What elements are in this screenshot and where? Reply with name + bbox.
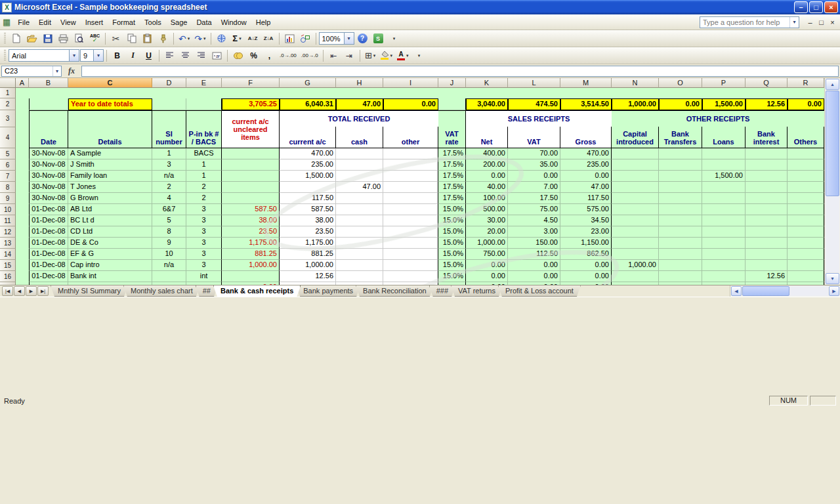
cell-I13[interactable] (383, 238, 438, 249)
row-header-3[interactable]: 3 (0, 110, 16, 127)
header-total-received[interactable]: TOTAL RECEIVED (280, 111, 438, 127)
cell-E9[interactable]: 2 (186, 193, 222, 204)
row-header-8[interactable]: 8 (0, 182, 16, 193)
row-header-9[interactable]: 9 (0, 193, 16, 204)
font-combo[interactable]: Arial ▾ (9, 49, 79, 62)
cell-H7[interactable] (336, 171, 383, 182)
cell-A8[interactable] (16, 182, 29, 193)
name-box[interactable]: C23 ▾ (1, 66, 62, 77)
italic-button[interactable]: I (125, 49, 140, 63)
cell-B7[interactable]: 30-Nov-08 (29, 171, 68, 182)
redo-button[interactable]: ↷▾ (192, 32, 207, 46)
header-other[interactable]: other (383, 127, 438, 148)
row-header-16[interactable]: 16 (0, 271, 16, 282)
menu-tools[interactable]: Tools (140, 16, 166, 28)
cell-A14[interactable] (16, 249, 29, 260)
cell-F15[interactable]: 1,000.00 (222, 260, 280, 271)
row-header-13[interactable]: 13 (0, 238, 16, 249)
cell-I2[interactable]: 0.00 (383, 98, 438, 110)
cell-I1[interactable] (383, 88, 438, 98)
row-header-6[interactable]: 6 (0, 159, 16, 171)
sheet-tab-bank-payments[interactable]: Bank payments (296, 285, 360, 297)
cell-A12[interactable] (16, 226, 29, 238)
cell-N17[interactable] (612, 282, 659, 285)
cell-Q9[interactable] (746, 193, 788, 204)
insert-function-button[interactable]: fx (62, 66, 81, 76)
header-sales-receipts[interactable]: SALES RECEIPTS (466, 111, 612, 127)
cell-Q8[interactable] (746, 182, 788, 193)
cell-G12[interactable]: 23.50 (280, 226, 336, 238)
cell-M12[interactable]: 23.00 (560, 226, 612, 238)
cell-C16[interactable]: Bank int (68, 271, 152, 282)
header-gross[interactable]: Gross (560, 127, 612, 148)
cell-Q15[interactable] (746, 260, 788, 271)
name-box-dropdown-icon[interactable]: ▾ (52, 66, 61, 76)
cell-R5[interactable] (788, 148, 824, 159)
cell-M6[interactable]: 235.00 (560, 159, 612, 171)
cell-G9[interactable]: 117.50 (280, 193, 336, 204)
chart-wizard-button[interactable] (282, 32, 297, 46)
header-si-number[interactable]: SI number (152, 110, 186, 148)
cell-H17[interactable] (336, 282, 383, 285)
bold-button[interactable]: B (110, 49, 125, 63)
font-size-combo[interactable]: 9 ▾ (80, 49, 104, 62)
cell-B15[interactable]: 01-Dec-08 (29, 260, 68, 271)
decrease-indent-button[interactable]: ⇤ (326, 49, 341, 63)
cell-E11[interactable]: 3 (186, 215, 222, 226)
paste-button[interactable] (140, 32, 155, 46)
header-capital-introduced[interactable]: Capital introduced (612, 127, 659, 148)
cell-G5[interactable]: 470.00 (280, 148, 336, 159)
cell-N15[interactable]: 1,000.00 (612, 260, 659, 271)
cell-R14[interactable] (788, 249, 824, 260)
cell-P15[interactable] (702, 260, 746, 271)
cell-F6[interactable] (222, 159, 280, 171)
row-header-14[interactable]: 14 (0, 249, 16, 260)
cell-B16[interactable]: 01-Dec-08 (29, 271, 68, 282)
cell-R11[interactable] (788, 215, 824, 226)
cell-O13[interactable] (659, 238, 702, 249)
cell-M2[interactable]: 3,514.50 (560, 98, 612, 110)
cell-P16[interactable] (702, 271, 746, 282)
first-sheet-button[interactable]: |◀ (2, 286, 13, 296)
copy-button[interactable] (124, 32, 139, 46)
sage-button[interactable]: S (371, 32, 386, 46)
cell-E13[interactable]: 3 (186, 238, 222, 249)
cell-M7[interactable]: 0.00 (560, 171, 612, 182)
column-header-R[interactable]: R (788, 78, 824, 88)
horizontal-scrollbar[interactable]: ◀ ▶ (730, 285, 840, 297)
scroll-up-icon[interactable]: ▲ (826, 79, 839, 90)
cell-J1[interactable] (438, 88, 466, 98)
increase-indent-button[interactable]: ⇥ (342, 49, 357, 63)
cell-L1[interactable] (508, 88, 560, 98)
cell-B13[interactable]: 01-Dec-08 (29, 238, 68, 249)
last-sheet-button[interactable]: ▶| (37, 286, 49, 296)
menu-format[interactable]: Format (108, 16, 140, 28)
cell-D9[interactable]: 4 (152, 193, 186, 204)
cell-D15[interactable]: n/a (152, 260, 186, 271)
cell-A2[interactable] (16, 98, 29, 110)
column-header-D[interactable]: D (152, 78, 186, 88)
cell-L9[interactable]: 17.50 (508, 193, 560, 204)
cell-C10[interactable]: AB Ltd (68, 204, 152, 215)
cell-K5[interactable]: 400.00 (466, 148, 508, 159)
cell-H10[interactable] (336, 204, 383, 215)
decrease-decimal-button[interactable]: .00→.0 (299, 49, 320, 63)
menu-file[interactable]: File (13, 16, 34, 28)
cell-I11[interactable] (383, 215, 438, 226)
header-p-in-bk[interactable]: P-in bk # / BACS (186, 110, 222, 148)
cell-O9[interactable] (659, 193, 702, 204)
cell-Q1[interactable] (746, 88, 788, 98)
cell-B1[interactable] (29, 88, 68, 98)
cell-J14[interactable]: 15.0% (438, 249, 466, 260)
cell-L12[interactable]: 3.00 (508, 226, 560, 238)
cell-J8[interactable]: 17.5% (438, 182, 466, 193)
merge-center-button[interactable]: a (209, 49, 224, 63)
sheet-tab-bank-cash-receipts[interactable]: Bank & cash receipts (213, 285, 301, 297)
cell-D10[interactable]: 6&7 (152, 204, 186, 215)
spelling-button[interactable]: ABC✓ (87, 32, 102, 46)
toolbar-grip[interactable] (4, 50, 6, 62)
cell-C5[interactable]: A Sample (68, 148, 152, 159)
cell-M5[interactable]: 470.00 (560, 148, 612, 159)
cell-H11[interactable] (336, 215, 383, 226)
cell-Q13[interactable] (746, 238, 788, 249)
